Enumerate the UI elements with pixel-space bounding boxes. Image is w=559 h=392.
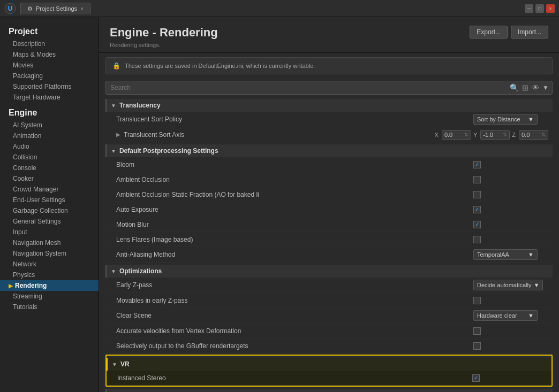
project-section-title: Project [0,24,99,39]
anti-aliasing-label: Anti-Aliasing Method [116,251,473,258]
sidebar-item-animation[interactable]: Animation [0,130,99,141]
ambient-occlusion-label: Ambient Occlusion [116,176,473,183]
early-zpass-value: Decide automatically [477,282,532,288]
accurate-velocities-checkbox[interactable] [473,327,481,335]
sidebar-item-streaming[interactable]: Streaming [0,291,99,302]
search-icon: 🔍 [510,83,519,92]
sidebar-item-cooker[interactable]: Cooker [0,173,99,184]
app-logo: U [4,3,16,14]
svg-text:U: U [8,5,13,12]
translucent-sort-policy-value: Sort by Distance [477,116,520,122]
axis-y-input[interactable]: -1.0 ⇅ [480,130,510,140]
page-title: Engine - Rendering [110,26,218,40]
sidebar-item-ai-system[interactable]: AI System [0,120,99,130]
sidebar-item-packaging[interactable]: Packaging [0,71,99,81]
maximize-button[interactable]: □ [535,4,544,13]
sidebar-item-end-user-settings[interactable]: End-User Settings [0,195,99,205]
default-postprocessing-title: Default Postprocessing Settings [119,147,218,155]
translucent-sort-axis-control: X 0.0 ⇅ Y -1.0 ⇅ Z [435,130,548,140]
translucency-section-header[interactable]: ▼ Translucency [105,99,553,112]
default-postprocessing-section: ▼ Default Postprocessing Settings Bloom … [105,144,553,263]
search-icons: 🔍 ⊞ 👁 ▼ [507,83,552,92]
axis-x-spin-icon: ⇅ [464,132,469,137]
auto-exposure-checkbox[interactable] [473,206,481,213]
motion-blur-checkbox[interactable] [473,221,481,228]
ambient-occlusion-static-row: Ambient Occlusion Static Fraction (AO fo… [105,187,553,202]
axis-y-label: Y [473,132,477,138]
sidebar-item-crowd-manager[interactable]: Crowd Manager [0,184,99,195]
vr-section-header[interactable]: ▼ VR [107,358,552,371]
translucency-section: ▼ Translucency Translucent Sort Policy S… [105,99,553,142]
content-area: Engine - Rendering Rendering settings. E… [99,17,559,392]
instanced-stereo-label: Instanced Stereo [117,374,472,382]
instanced-stereo-checkbox[interactable] [472,374,480,382]
ambient-occlusion-row: Ambient Occlusion [105,172,553,187]
axis-z-value: 0.0 [522,132,530,138]
dropdown-arrow-icon[interactable]: ▼ [542,84,549,91]
sidebar-item-tutorials[interactable]: Tutorials [0,302,99,312]
editor-section-header[interactable]: ▼ Editor [105,389,553,392]
sidebar-item-network[interactable]: Network [0,259,99,270]
close-button[interactable]: × [546,4,555,13]
vr-collapse-icon: ▼ [112,362,117,367]
project-settings-tab[interactable]: ⚙ Project Settings × [20,3,90,14]
bloom-row: Bloom [105,157,553,172]
bloom-control [473,161,548,168]
ambient-occlusion-checkbox[interactable] [473,176,481,183]
sort-axis-expand-icon[interactable]: ▶ [116,132,120,137]
optimizations-collapse-icon: ▼ [111,268,116,274]
movables-early-zpass-checkbox[interactable] [473,297,481,304]
titlebar: U ⚙ Project Settings × ─ □ × [0,0,559,17]
selectively-output-checkbox[interactable] [473,342,481,350]
translucent-sort-policy-label: Translucent Sort Policy [116,116,473,123]
grid-view-icon[interactable]: ⊞ [522,83,528,92]
sidebar-item-garbage-collection[interactable]: Garbage Collection [0,205,99,216]
sidebar-item-supported-platforms[interactable]: Supported Platforms [0,81,99,92]
optimizations-section-header[interactable]: ▼ Optimizations [105,265,553,278]
motion-blur-row: Motion Blur [105,217,553,232]
sidebar-item-description[interactable]: Description [0,39,99,49]
translucent-sort-policy-dropdown[interactable]: Sort by Distance ▼ [473,114,538,125]
ambient-occlusion-static-checkbox[interactable] [473,191,481,198]
bloom-checkbox[interactable] [473,161,481,168]
lens-flares-control [473,236,548,243]
tab-close-button[interactable]: × [80,6,84,12]
eye-icon[interactable]: 👁 [532,83,539,92]
axis-x-input[interactable]: 0.0 ⇅ [442,130,471,140]
anti-aliasing-dropdown[interactable]: TemporalAA ▼ [473,249,538,260]
clear-scene-label: Clear Scene [116,312,473,319]
sidebar-item-physics[interactable]: Physics [0,270,99,280]
early-zpass-dropdown[interactable]: Decide automatically ▼ [473,280,543,290]
sidebar-item-audio[interactable]: Audio [0,141,99,152]
sidebar-item-rendering[interactable]: ▶ Rendering [0,280,99,291]
anti-aliasing-row: Anti-Aliasing Method TemporalAA ▼ [105,247,553,263]
sidebar-item-collision[interactable]: Collision [0,152,99,163]
translucent-sort-axis-row: ▶ Translucent Sort Axis X 0.0 ⇅ Y -1.0 [105,127,553,142]
movables-early-zpass-label: Movables in early Z-pass [116,297,473,304]
minimize-button[interactable]: ─ [525,4,533,13]
settings-scroll-area: ▼ Translucency Translucent Sort Policy S… [99,97,559,392]
sidebar-item-movies[interactable]: Movies [0,60,99,71]
sidebar-item-target-hardware[interactable]: Target Hardware [0,92,99,103]
sidebar-item-console[interactable]: Console [0,163,99,173]
export-button[interactable]: Export... [470,26,508,39]
vr-title: VR [120,360,130,368]
sidebar-item-general-settings[interactable]: General Settings [0,216,99,227]
axis-z-input[interactable]: 0.0 ⇅ [519,130,548,140]
default-postprocessing-section-header[interactable]: ▼ Default Postprocessing Settings [105,144,553,157]
sidebar-item-navigation-mesh[interactable]: Navigation Mesh [0,237,99,248]
import-button[interactable]: Import... [511,26,548,39]
tab-label: Project Settings [36,5,77,12]
sidebar-item-navigation-system[interactable]: Navigation System [0,248,99,259]
engine-section-title: Engine [0,103,99,120]
sidebar-item-maps-modes[interactable]: Maps & Modes [0,49,99,60]
lens-flares-checkbox[interactable] [473,236,481,243]
instanced-stereo-control [472,374,547,382]
early-zpass-control: Decide automatically ▼ [473,280,548,290]
page-subtitle: Rendering settings. [110,42,218,48]
search-input[interactable] [106,81,507,94]
clear-scene-dropdown[interactable]: Hardware clear ▼ [473,310,538,321]
sidebar: Project Description Maps & Modes Movies … [0,17,99,392]
sidebar-item-input[interactable]: Input [0,227,99,237]
accurate-velocities-control [473,327,548,335]
